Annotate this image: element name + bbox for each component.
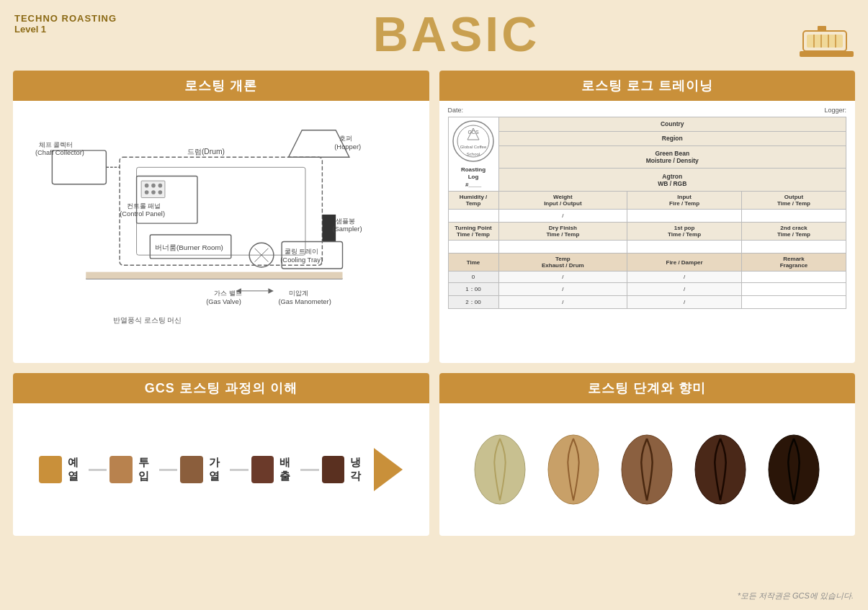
step-box-가열 <box>180 456 203 483</box>
svg-point-28 <box>158 190 163 194</box>
gcs-logo: GCS Global Coffee School <box>452 120 495 163</box>
fire-damper-label: Fire / Damper <box>627 254 742 272</box>
temp-1: / <box>498 283 627 296</box>
main-title: BASIC <box>117 9 796 58</box>
step-label-배출: 배출 <box>279 456 297 483</box>
step-label-예열: 예열 <box>68 456 86 483</box>
svg-text:(Chaff Collector): (Chaff Collector) <box>35 149 84 156</box>
step-label-냉각: 냉각 <box>350 456 368 483</box>
roaster-icon <box>800 20 854 60</box>
bean-2-light <box>541 430 606 509</box>
svg-text:(Sampler): (Sampler) <box>332 225 362 233</box>
step-box-투입 <box>109 456 133 483</box>
input-val <box>627 210 742 223</box>
time-1: 1：00 <box>448 283 498 296</box>
svg-text:(Gas Manometer): (Gas Manometer) <box>278 298 331 305</box>
page-header: TECHNO ROASTING Level 1 BASIC <box>0 0 868 63</box>
roasting-intro-body: 호퍼 (Hopper) 드럼(Drum) 체프 콜렉터 <box>13 101 429 363</box>
input-fire-label: InputFire / Temp <box>627 192 742 210</box>
svg-text:체프 콜렉터: 체프 콜렉터 <box>39 141 73 148</box>
fire-0: / <box>627 272 742 283</box>
brand-title: TECHNO ROASTING <box>14 13 117 24</box>
svg-text:(Gas Valve): (Gas Valve) <box>206 298 241 305</box>
log-table: GCS Global Coffee School RoastingLog#___… <box>448 117 847 309</box>
log-logo-cell: GCS Global Coffee School RoastingLog#___… <box>448 117 498 192</box>
remark-label: RemarkFragrance <box>741 254 846 272</box>
svg-text:(Control Panel): (Control Panel) <box>120 210 165 217</box>
main-grid: 로스팅 개론 호퍼 (Hopper) 드럼(Drum) <box>0 63 868 543</box>
date-label: Date: <box>448 107 464 114</box>
turning-val <box>448 241 498 254</box>
roasting-stages-header: 로스팅 단계와 향미 <box>439 373 856 403</box>
connector-1 <box>89 469 107 471</box>
svg-text:컨트롤 패널: 컨트롤 패널 <box>127 202 161 210</box>
step-냉각: 냉각 <box>322 456 369 483</box>
log-area: Date: Logger: GCS Global Coffee <box>439 101 856 315</box>
svg-marker-45 <box>268 288 274 294</box>
bean-3-medium <box>614 430 679 509</box>
step-box-예열 <box>39 456 62 483</box>
turning-label: Turning PointTime / Temp <box>448 223 498 241</box>
remark-2 <box>741 296 846 309</box>
country-field: Country <box>498 117 846 132</box>
svg-text:쿨링 트레이: 쿨링 트레이 <box>285 248 319 255</box>
roasting-log-header: 로스팅 로그 트레이닝 <box>439 71 856 101</box>
connector-4 <box>300 469 319 471</box>
temp-0: / <box>498 272 627 283</box>
step-배출: 배출 <box>251 456 298 483</box>
region-field: Region <box>498 131 846 145</box>
first-pop-val <box>627 241 742 254</box>
svg-point-23 <box>145 184 149 188</box>
first-pop-label: 1st popTime / Temp <box>627 223 742 241</box>
process-arrow <box>374 448 403 491</box>
log-time-header: Time TempExhaust / Drum Fire / Damper Re… <box>448 254 846 272</box>
log-data-values1: / <box>448 210 846 223</box>
header-brand-section: TECHNO ROASTING Level 1 <box>14 13 117 35</box>
greenbean-field: Green BeanMoisture / Density <box>498 145 846 169</box>
time-label: Time <box>448 254 498 272</box>
process-steps-container: 예열 투입 가열 배출 <box>39 448 403 491</box>
svg-point-55 <box>475 435 525 504</box>
step-예열: 예열 <box>39 456 86 483</box>
dry-finish-label: Dry FinishTime / Temp <box>498 223 627 241</box>
weight-val: / <box>498 210 627 223</box>
svg-point-24 <box>151 184 156 188</box>
step-투입: 투입 <box>109 456 156 483</box>
temp-2: / <box>498 296 627 309</box>
log-data-header1: Humidity /Temp WeightInput / Output Inpu… <box>448 192 846 210</box>
footer-copyright: *모든 저작권은 GCS에 있습니다. <box>738 591 854 601</box>
svg-point-58 <box>695 435 746 504</box>
log-turning-values <box>448 241 846 254</box>
svg-text:(Hopper): (Hopper) <box>334 143 361 151</box>
second-crack-label: 2nd crackTime / Temp <box>741 223 846 241</box>
log-title: RoastingLog#____ <box>452 166 496 189</box>
header-main-title: BASIC <box>117 13 796 58</box>
step-box-배출 <box>251 456 274 483</box>
coffee-beans-area <box>448 412 847 527</box>
svg-text:(Cooling Tray): (Cooling Tray) <box>280 256 323 264</box>
log-time-row1: 1：00 / / <box>448 283 846 296</box>
weight-label: WeightInput / Output <box>498 192 627 210</box>
log-time-row0: 0 / / <box>448 272 846 283</box>
roasting-log-card: 로스팅 로그 트레이닝 Date: Logger: GCS <box>439 71 856 363</box>
gcs-process-body: 예열 투입 가열 배출 <box>13 403 429 536</box>
log-region-row: Region <box>448 131 846 145</box>
svg-text:School: School <box>467 152 480 156</box>
process-steps-area: 예열 투입 가열 배출 <box>22 412 421 527</box>
svg-rect-7 <box>818 26 826 31</box>
roasting-machine-svg: 호퍼 (Hopper) 드럼(Drum) 체프 콜렉터 <box>29 117 413 333</box>
fire-1: / <box>627 283 742 296</box>
svg-text:미압계: 미압계 <box>289 290 308 297</box>
gcs-process-card: GCS 로스팅 과정의 이해 예열 투입 가열 <box>13 373 429 536</box>
roasting-stages-card: 로스팅 단계와 향미 <box>439 373 856 536</box>
svg-point-26 <box>145 190 149 194</box>
bean-5-espresso <box>761 430 826 509</box>
temp-exhaust-label: TempExhaust / Drum <box>498 254 627 272</box>
log-time-row2: 2：00 / / <box>448 296 846 309</box>
bean-4-dark <box>688 430 753 509</box>
step-가열: 가열 <box>180 456 227 483</box>
humidity-val <box>448 210 498 223</box>
bean-1-green <box>467 430 532 509</box>
svg-text:샘플봉: 샘플봉 <box>336 217 355 225</box>
remark-0 <box>741 272 846 283</box>
